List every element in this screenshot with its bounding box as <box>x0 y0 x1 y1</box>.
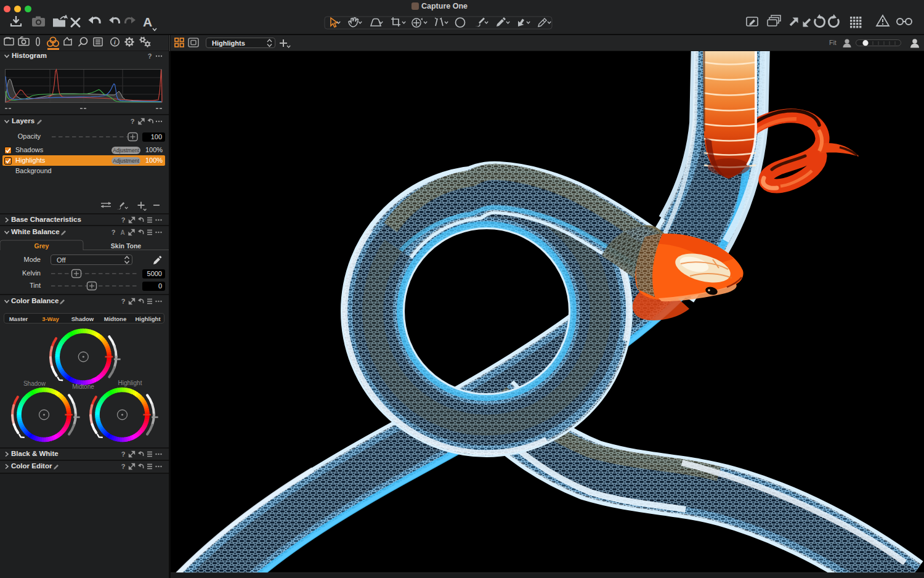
svg-text:Highlight: Highlight <box>118 380 142 386</box>
svg-text:?: ? <box>111 229 116 236</box>
svg-text:A: A <box>120 229 124 236</box>
svg-text:Midtone: Midtone <box>72 383 94 390</box>
svg-text:?: ? <box>148 52 152 60</box>
svg-text:?: ? <box>121 298 126 305</box>
svg-text:?: ? <box>121 463 126 470</box>
svg-text:?: ? <box>121 216 126 224</box>
svg-text:?: ? <box>131 118 135 125</box>
svg-text:?: ? <box>121 450 126 458</box>
svg-text:Shadow: Shadow <box>23 380 46 387</box>
